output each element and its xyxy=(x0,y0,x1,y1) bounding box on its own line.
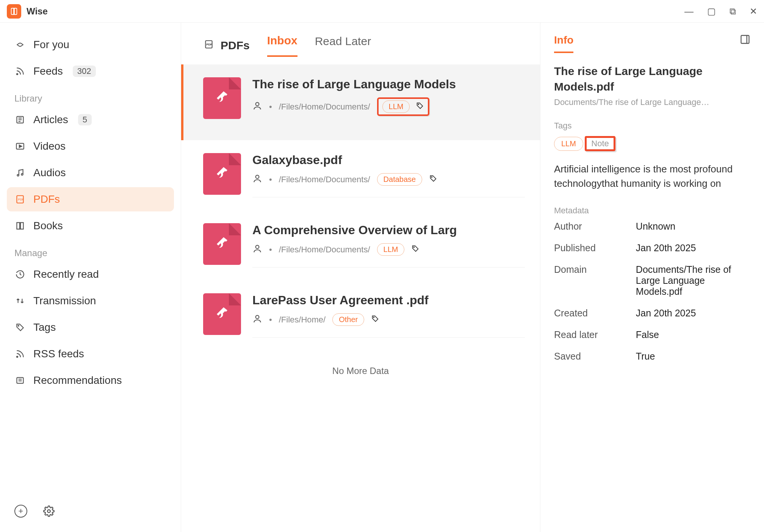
sidebar-item-transmission[interactable]: Transmission xyxy=(7,289,174,313)
sidebar-item-videos[interactable]: Videos xyxy=(7,134,174,158)
videos-icon xyxy=(14,141,26,151)
for-you-icon xyxy=(14,40,26,50)
sidebar-item-label: Recently read xyxy=(33,268,99,280)
note-label: Note xyxy=(591,139,609,148)
tab-inbox[interactable]: Inbox xyxy=(267,34,297,57)
recommendations-icon xyxy=(14,376,26,385)
info-title: The rise of Large Language Models.pdf xyxy=(554,64,750,94)
meta-val: Jan 20th 2025 xyxy=(636,243,750,253)
minimize-button[interactable]: — xyxy=(684,6,694,17)
sidebar-item-label: Feeds xyxy=(33,65,63,77)
sidebar-item-audios[interactable]: Audios xyxy=(7,161,174,185)
maximize-button[interactable]: ▢ xyxy=(707,6,716,17)
tag-icon[interactable] xyxy=(371,315,379,325)
item-path: /Files/Home/Documents/ xyxy=(279,245,370,255)
tag-icon[interactable] xyxy=(429,174,437,185)
sidebar-item-recently-read[interactable]: Recently read xyxy=(7,262,174,286)
svg-point-10 xyxy=(47,510,50,513)
svg-point-7 xyxy=(18,325,19,326)
sidebar-item-pdfs[interactable]: PDF PDFs xyxy=(7,187,174,211)
meta-key: Author xyxy=(554,221,636,232)
info-panel: Info The rise of Large Language Models.p… xyxy=(540,23,764,532)
settings-button[interactable] xyxy=(42,505,55,518)
sidebar-item-label: Articles xyxy=(33,114,68,126)
note-text: Artificial intelligence is the most prof… xyxy=(554,162,750,191)
transfer-icon xyxy=(14,296,26,306)
meta-key: Created xyxy=(554,308,636,319)
tag-chip[interactable]: Database xyxy=(377,173,423,186)
sidebar-item-articles[interactable]: Articles 5 xyxy=(7,108,174,132)
popout-button[interactable]: ⧉ xyxy=(730,6,736,17)
tags-icon xyxy=(14,322,26,332)
sidebar-item-label: Recommendations xyxy=(33,374,122,386)
tag-chip[interactable]: LLM xyxy=(382,100,410,113)
sidebar-item-recommendations[interactable]: Recommendations xyxy=(7,368,174,393)
add-button[interactable]: + xyxy=(14,505,27,518)
list-item[interactable]: LarePass User Agreement .pdf • /Files/Ho… xyxy=(181,280,540,350)
item-meta: • /Files/Home/Documents/ Database xyxy=(252,173,525,186)
window-controls: — ▢ ⧉ ✕ xyxy=(684,6,757,17)
pdfs-icon: PDF xyxy=(14,194,26,204)
svg-point-3 xyxy=(17,174,19,176)
feeds-badge: 302 xyxy=(73,66,96,77)
note-label-highlight: Note xyxy=(585,136,615,151)
svg-point-14 xyxy=(418,104,419,105)
history-icon xyxy=(14,269,26,279)
main-header: PDF PDFs Inbox Read Later xyxy=(181,23,540,57)
info-tag-chip[interactable]: LLM xyxy=(554,137,583,151)
rss-icon xyxy=(14,66,26,76)
author-icon xyxy=(252,174,262,186)
sidebar-item-label: RSS feeds xyxy=(33,348,84,360)
books-icon xyxy=(14,221,26,231)
metadata-label: Metadata xyxy=(554,206,750,216)
svg-point-16 xyxy=(432,177,432,177)
svg-point-19 xyxy=(256,315,259,319)
tab-read-later[interactable]: Read Later xyxy=(315,35,371,56)
list-item[interactable]: A Comprehensive Overview of Larg • /File… xyxy=(181,210,540,280)
sidebar-item-tags[interactable]: Tags xyxy=(7,315,174,340)
app-title: Wise xyxy=(27,6,48,17)
pdf-file-icon xyxy=(203,223,241,265)
svg-point-8 xyxy=(17,356,18,357)
page-heading: PDF PDFs xyxy=(204,39,250,52)
svg-point-4 xyxy=(21,174,23,175)
author-icon xyxy=(252,244,262,256)
list-item[interactable]: Galaxybase.pdf • /Files/Home/Documents/ … xyxy=(181,140,540,210)
sidebar-item-label: Books xyxy=(33,220,63,232)
sidebar-item-label: PDFs xyxy=(33,193,60,205)
pdf-heading-icon: PDF xyxy=(204,39,214,52)
section-library: Library xyxy=(7,86,174,108)
meta-val: Jan 20th 2025 xyxy=(636,308,750,319)
info-subpath: Documents/The rise of Large Language… xyxy=(554,97,750,107)
tag-icon[interactable] xyxy=(416,102,424,112)
sidebar-item-label: Audios xyxy=(33,167,66,179)
item-meta: • /Files/Home/ Other xyxy=(252,313,525,326)
meta-val: Unknown xyxy=(636,221,750,232)
sidebar-footer: + xyxy=(7,497,174,525)
collapse-panel-icon[interactable] xyxy=(740,34,750,46)
close-button[interactable]: ✕ xyxy=(750,6,757,17)
tag-chip[interactable]: LLM xyxy=(377,243,405,256)
sidebar-item-label: For you xyxy=(33,39,69,51)
titlebar: Wise — ▢ ⧉ ✕ xyxy=(0,0,764,23)
metadata-table: Author Unknown Published Jan 20th 2025 D… xyxy=(554,221,750,362)
articles-badge: 5 xyxy=(78,114,92,125)
tag-icon[interactable] xyxy=(411,244,420,255)
item-meta: • /Files/Home/Documents/ LLM xyxy=(252,97,525,116)
sidebar-item-label: Transmission xyxy=(33,295,96,307)
pdf-file-icon xyxy=(203,153,241,195)
sidebar-item-for-you[interactable]: For you xyxy=(7,33,174,57)
item-path: /Files/Home/Documents/ xyxy=(279,175,370,185)
sidebar: For you Feeds 302 Library Articles 5 Vid… xyxy=(0,23,181,532)
item-title: LarePass User Agreement .pdf xyxy=(252,293,525,307)
svg-point-15 xyxy=(256,175,259,178)
sidebar-item-rss-feeds[interactable]: RSS feeds xyxy=(7,342,174,366)
info-tab[interactable]: Info xyxy=(554,34,573,53)
author-icon xyxy=(252,101,262,113)
audios-icon xyxy=(14,168,26,178)
meta-key: Published xyxy=(554,243,636,253)
sidebar-item-books[interactable]: Books xyxy=(7,214,174,238)
list-item[interactable]: The rise of Large Language Models • /Fil… xyxy=(181,64,540,140)
tag-chip[interactable]: Other xyxy=(332,313,364,326)
sidebar-item-feeds[interactable]: Feeds 302 xyxy=(7,59,174,83)
